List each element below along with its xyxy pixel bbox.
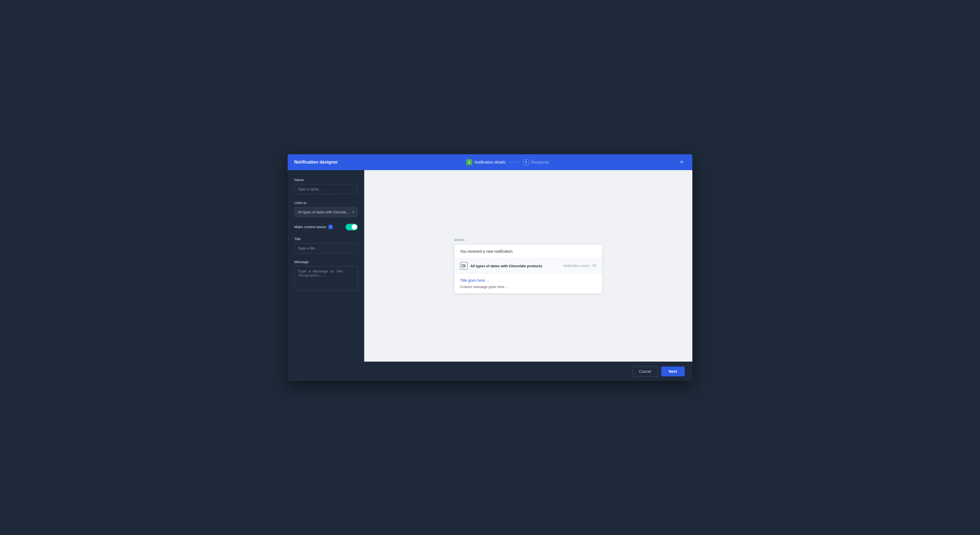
step-1-label: Notification details — [474, 160, 506, 164]
cancel-button[interactable]: Cancel — [632, 366, 658, 377]
notification-icon — [460, 262, 468, 270]
step-1: 1 Notification details — [466, 159, 506, 165]
modal-title: Notification designer — [294, 160, 338, 165]
email-received-text: You received a new notification — [455, 245, 602, 258]
title-group: Title — [294, 237, 358, 253]
context-aware-toggle[interactable] — [345, 224, 358, 230]
notification-action: Notification Action - PT — [563, 264, 597, 268]
email-title-placeholder: Title goes here ... — [460, 278, 597, 283]
links-to-group: Links to All types of dates with Chocola… — [294, 201, 358, 217]
notification-designer-modal: Notification designer 1 Notification det… — [288, 154, 692, 381]
links-to-label: Links to — [294, 201, 358, 205]
next-button[interactable]: Next — [661, 366, 685, 376]
stepper: 1 Notification details 2 Recipients — [466, 159, 549, 165]
step-1-number: 1 — [466, 159, 472, 165]
modal-body: Name Links to All types of dates with Ch… — [288, 170, 692, 361]
email-card: You received a new notification — [455, 245, 602, 293]
links-to-value: All types of dates with Chocolate ... — [298, 210, 350, 214]
title-input[interactable] — [294, 243, 358, 253]
close-button[interactable]: × — [678, 158, 686, 166]
step-2-label: Recipients — [531, 160, 549, 164]
name-group: Name — [294, 178, 358, 194]
step-2: 2 Recipients — [523, 159, 549, 165]
context-label: Make context-aware — [294, 225, 326, 229]
email-body: Title goes here ... Custom message goes … — [455, 274, 602, 293]
title-label: Title — [294, 237, 358, 241]
name-label: Name — [294, 178, 358, 182]
name-input[interactable] — [294, 184, 358, 194]
email-label: EMAIL — [455, 238, 602, 242]
message-textarea[interactable] — [294, 266, 358, 291]
svg-rect-0 — [462, 264, 465, 267]
info-icon: i — [328, 225, 333, 229]
email-notif-left: All types of dates with Chocolate produc… — [460, 262, 542, 270]
email-preview: EMAIL You received a new notification — [455, 238, 602, 293]
email-message-placeholder: Custom message goes here ... — [460, 285, 597, 289]
sidebar-form: Name Links to All types of dates with Ch… — [288, 170, 364, 361]
toggle-knob — [352, 224, 357, 230]
modal-header: Notification designer 1 Notification det… — [288, 154, 692, 170]
modal-footer: Cancel Next — [288, 361, 692, 381]
notification-name: All types of dates with Chocolate produc… — [470, 264, 542, 268]
links-to-select[interactable]: All types of dates with Chocolate ... ▾ — [294, 207, 358, 217]
step-2-number: 2 — [523, 159, 529, 165]
chevron-down-icon: ▾ — [352, 210, 354, 214]
preview-area: EMAIL You received a new notification — [364, 170, 692, 361]
context-label-group: Make context-aware i — [294, 225, 333, 229]
message-label: Message — [294, 260, 358, 264]
email-notification-row: All types of dates with Chocolate produc… — [455, 258, 602, 274]
context-aware-row: Make context-aware i — [294, 224, 358, 230]
message-group: Message — [294, 260, 358, 292]
